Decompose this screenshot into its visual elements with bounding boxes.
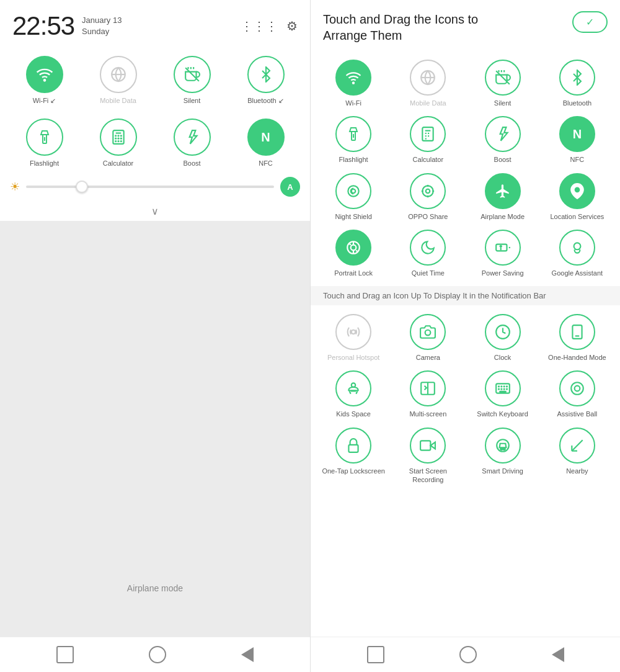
r-one-handed-icon — [559, 314, 595, 350]
svg-point-0 — [43, 79, 45, 81]
r-kids-space-icon — [335, 370, 371, 406]
wifi-icon — [26, 56, 63, 93]
flashlight-label: Flashlight — [30, 159, 59, 167]
date-line2: Sunday — [82, 26, 122, 37]
silent-icon — [174, 56, 211, 93]
r-tile-google-assistant[interactable]: Google Assistant — [542, 227, 613, 280]
r-tile-flashlight[interactable]: Flashlight — [318, 114, 389, 166]
bottom-icons-grid: Personal Hotspot Camera Clock — [311, 305, 620, 493]
r-tile-power-saving[interactable]: Power Saving — [467, 227, 538, 280]
r-screen-recording-icon — [410, 428, 446, 464]
r-tile-wifi[interactable]: Wi-Fi — [318, 57, 389, 110]
r-switch-keyboard-icon — [485, 370, 521, 406]
r-camera-icon — [410, 314, 446, 350]
r-tile-calculator[interactable]: Calculator — [392, 114, 463, 166]
r-tile-portrait-lock[interactable]: Portrait Lock — [318, 227, 389, 280]
svg-point-75 — [575, 386, 580, 392]
svg-point-74 — [571, 383, 583, 395]
settings-icon[interactable]: ⚙ — [286, 19, 298, 34]
r-tile-smart-driving[interactable]: Smart Driving — [467, 425, 538, 487]
tile-silent[interactable]: Silent — [157, 56, 226, 105]
chevron-down-icon: ∨ — [151, 205, 159, 217]
nfc-label: NFC — [259, 159, 273, 167]
r-assistive-ball-icon — [559, 370, 595, 406]
r-oppo-share-label: OPPO Share — [408, 212, 448, 221]
r-tile-kids-space[interactable]: Kids Space — [318, 368, 389, 421]
quick-tiles-row2: Flashlight Calculator — [0, 110, 310, 172]
svg-point-55 — [352, 330, 356, 334]
r-assistive-ball-label: Assistive Ball — [557, 410, 597, 418]
r-tile-nearby[interactable]: Nearby — [542, 425, 613, 487]
r-back-nav-button[interactable] — [552, 647, 564, 662]
r-tile-hotspot[interactable]: Personal Hotspot — [318, 311, 389, 364]
r-tile-mobile-data[interactable]: Mobile Data — [392, 57, 463, 110]
left-nav-bar — [0, 637, 310, 672]
square-nav-button[interactable] — [56, 646, 74, 663]
tile-mobile-data[interactable]: Mobile Data — [84, 56, 153, 105]
r-tile-bluetooth[interactable]: Bluetooth — [542, 57, 613, 110]
r-square-nav-button[interactable] — [367, 646, 384, 663]
right-header: Touch and Drag the Icons to Arrange Them… — [311, 0, 620, 51]
r-clock-icon — [485, 314, 521, 350]
tile-flashlight[interactable]: Flashlight — [10, 119, 79, 167]
r-silent-icon — [485, 60, 521, 96]
r-bluetooth-label: Bluetooth — [563, 99, 591, 107]
tile-boost[interactable]: Boost — [157, 119, 226, 167]
r-tile-quiet-time[interactable]: Quiet Time — [392, 227, 463, 280]
boost-label: Boost — [183, 159, 200, 167]
r-oppo-share-icon — [410, 173, 446, 209]
brightness-row: ☀ A — [0, 172, 310, 202]
svg-point-45 — [575, 187, 580, 192]
date-line1: January 13 — [82, 15, 122, 26]
svg-rect-76 — [349, 445, 358, 452]
svg-point-54 — [574, 243, 580, 249]
r-flashlight-label: Flashlight — [339, 155, 368, 164]
svg-line-81 — [572, 440, 582, 450]
r-wifi-label: Wi-Fi — [345, 99, 361, 107]
r-tile-onetap-lock[interactable]: One-Tap Lockscreen — [318, 425, 389, 487]
r-boost-icon — [485, 116, 521, 152]
svg-point-39 — [423, 186, 433, 196]
r-tile-oppo-share[interactable]: OPPO Share — [392, 171, 463, 223]
r-tile-night-shield[interactable]: Night Shield — [318, 171, 389, 223]
r-circle-nav-button[interactable] — [459, 646, 477, 663]
r-tile-clock[interactable]: Clock — [467, 311, 538, 364]
section2-label: Touch and Drag an Icon Up To Display It … — [311, 286, 620, 305]
r-nearby-label: Nearby — [566, 467, 588, 475]
r-tile-silent[interactable]: Silent — [467, 57, 538, 110]
tile-nfc[interactable]: N NFC — [231, 119, 300, 167]
r-location-icon — [559, 173, 595, 209]
r-one-handed-label: One-Handed Mode — [548, 353, 606, 362]
r-power-saving-label: Power Saving — [482, 269, 524, 277]
brightness-slider[interactable] — [26, 186, 274, 188]
r-tile-nfc[interactable]: N NFC — [542, 114, 613, 166]
r-smart-driving-label: Smart Driving — [482, 467, 523, 475]
r-multiscreen-label: Multi-screen — [409, 410, 446, 418]
r-tile-location[interactable]: Location Services — [542, 171, 613, 223]
r-onetap-lock-label: One-Tap Lockscreen — [322, 467, 385, 475]
r-quiet-time-icon — [410, 230, 446, 266]
back-nav-button[interactable] — [241, 647, 254, 662]
r-tile-camera[interactable]: Camera — [392, 311, 463, 364]
auto-brightness-button[interactable]: A — [280, 177, 300, 197]
r-tile-boost[interactable]: Boost — [467, 114, 538, 166]
done-button[interactable]: ✓ — [572, 11, 608, 33]
r-tile-one-handed[interactable]: One-Handed Mode — [542, 311, 613, 364]
tile-calculator[interactable]: Calculator — [84, 119, 153, 167]
tile-wifi[interactable]: Wi-Fi ↙ — [10, 56, 79, 105]
mobile-data-label: Mobile Data — [100, 97, 136, 104]
grid-icon[interactable]: ⋮⋮⋮ — [241, 19, 278, 34]
svg-rect-50 — [496, 244, 507, 251]
r-night-shield-label: Night Shield — [335, 212, 371, 221]
expand-button[interactable]: ∨ — [0, 202, 310, 221]
r-tile-multiscreen[interactable]: Multi-screen — [392, 368, 463, 421]
r-tile-assistive-ball[interactable]: Assistive Ball — [542, 368, 613, 421]
r-tile-screen-recording[interactable]: Start Screen Recording — [392, 425, 463, 487]
brightness-thumb[interactable] — [76, 181, 88, 193]
svg-point-40 — [426, 189, 430, 193]
circle-nav-button[interactable] — [149, 646, 166, 663]
tile-bluetooth[interactable]: Bluetooth ↙ — [231, 56, 300, 105]
r-tile-switch-keyboard[interactable]: Switch Keyboard — [467, 368, 538, 421]
calculator-label: Calculator — [103, 159, 134, 167]
r-tile-airplane[interactable]: Airplane Mode — [467, 171, 538, 223]
